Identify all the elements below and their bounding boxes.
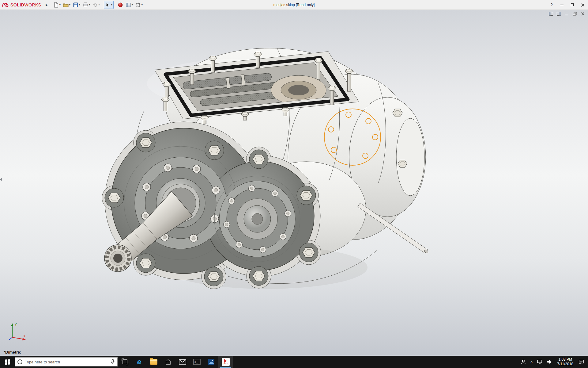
windows-logo-icon xyxy=(5,359,10,365)
network-icon xyxy=(537,359,542,364)
store-icon xyxy=(165,358,172,365)
photos-icon xyxy=(208,358,215,365)
print-button[interactable]: ▾ xyxy=(82,1,91,9)
action-center-button[interactable] xyxy=(576,356,586,368)
menu-flyout-arrow-icon[interactable]: ▶ xyxy=(44,2,49,8)
graphics-area[interactable]: Y X *Dimetric xyxy=(0,10,588,356)
select-tool-button[interactable]: ▾ xyxy=(104,1,114,9)
photos-button[interactable] xyxy=(204,356,218,368)
solidworks-arrow-glyph xyxy=(224,359,227,363)
svg-text:>_: >_ xyxy=(194,361,198,364)
appearance-sphere-icon xyxy=(118,2,123,8)
doc-restore-icon[interactable] xyxy=(572,11,578,16)
print-icon xyxy=(83,2,88,8)
ds-logo-icon xyxy=(2,2,9,8)
gearbox-3d-model[interactable] xyxy=(0,10,588,356)
file-explorer-button[interactable] xyxy=(146,356,161,368)
close-icon xyxy=(581,3,584,6)
window-controls: ? xyxy=(546,0,588,10)
brand-text-solid: SOLID xyxy=(10,2,24,7)
cortana-icon xyxy=(17,359,22,364)
action-center-icon xyxy=(579,359,584,364)
edit-appearance-button[interactable] xyxy=(117,1,124,9)
doc-close-icon[interactable] xyxy=(580,11,586,16)
network-button[interactable] xyxy=(535,356,545,368)
undo-icon xyxy=(92,2,98,8)
command-prompt-button[interactable]: >_ xyxy=(190,356,204,368)
mail-icon xyxy=(179,359,186,365)
file-explorer-icon xyxy=(150,359,157,365)
minimize-icon xyxy=(560,5,564,5)
windows-taskbar: e >_ 2017 xyxy=(0,356,588,368)
close-button[interactable] xyxy=(578,0,588,10)
select-cursor-icon xyxy=(105,2,111,8)
taskbar-search[interactable] xyxy=(15,357,118,366)
solidworks-icon: 2017 xyxy=(222,358,230,366)
solidworks-logo: SOLIDWORKS xyxy=(0,0,44,10)
save-icon xyxy=(73,2,78,8)
dock-pane-left-icon[interactable] xyxy=(548,11,554,16)
task-view-icon xyxy=(122,358,128,365)
solidworks-version-badge: 2017 xyxy=(224,363,228,365)
help-button[interactable]: ? xyxy=(546,0,557,10)
search-input[interactable] xyxy=(25,360,108,364)
mail-button[interactable] xyxy=(175,356,190,368)
start-button[interactable] xyxy=(0,356,15,368)
task-view-button[interactable] xyxy=(118,356,132,368)
new-document-button[interactable]: ▾ xyxy=(52,1,62,9)
drawing-report-button[interactable]: ▾ xyxy=(125,1,134,9)
store-button[interactable] xyxy=(161,356,175,368)
triad-y-label: Y xyxy=(15,323,17,326)
quick-toolbar: ▾ ▾ ▾ ▾ ▾ ▾ xyxy=(52,0,144,10)
titlebar: SOLIDWORKS ▶ ▾ ▾ ▾ ▾ ▾ xyxy=(0,0,588,10)
people-button[interactable] xyxy=(518,356,528,368)
pinned-apps: e >_ 2017 xyxy=(118,356,233,368)
clock-date: 7/11/2018 xyxy=(557,362,574,366)
view-orientation-label: *Dimetric xyxy=(4,350,21,355)
microphone-icon[interactable] xyxy=(111,359,115,365)
edge-icon: e xyxy=(137,358,141,366)
clock-time: 1:03 PM xyxy=(558,357,572,362)
system-tray: ^ 1:03 PM 7/11/2018 xyxy=(518,356,588,368)
triad-x-label: X xyxy=(23,335,25,338)
solidworks-taskbar-button[interactable]: 2017 xyxy=(218,356,233,368)
undo-button[interactable]: ▾ xyxy=(92,1,101,9)
orientation-triad: Y X xyxy=(8,322,28,342)
doc-minimize-icon[interactable] xyxy=(564,11,570,16)
new-document-icon xyxy=(53,2,59,8)
command-prompt-icon: >_ xyxy=(193,359,201,365)
document-window-controls xyxy=(548,11,586,16)
window-title: menjac sklop [Read-only] xyxy=(273,3,315,7)
options-button[interactable]: ▾ xyxy=(134,1,144,9)
brand-text-works: WORKS xyxy=(24,2,41,7)
dock-pane-right-icon[interactable] xyxy=(556,11,562,16)
save-button[interactable]: ▾ xyxy=(72,1,81,9)
people-icon xyxy=(521,359,526,365)
restore-button[interactable] xyxy=(567,0,578,10)
open-document-button[interactable]: ▾ xyxy=(62,1,71,9)
minimize-button[interactable] xyxy=(557,0,567,10)
open-folder-icon xyxy=(63,2,69,8)
restore-icon xyxy=(571,3,574,6)
volume-button[interactable] xyxy=(545,356,554,368)
taskbar-clock[interactable]: 1:03 PM 7/11/2018 xyxy=(554,357,577,366)
volume-icon xyxy=(547,359,552,364)
gear-icon xyxy=(135,2,141,8)
feature-pane-flyout-arrow[interactable] xyxy=(0,175,3,183)
hidden-icons-chevron-icon: ^ xyxy=(530,360,532,365)
edge-button[interactable]: e xyxy=(132,356,146,368)
hidden-icons-button[interactable]: ^ xyxy=(528,356,534,368)
desktop-screen: SOLIDWORKS ▶ ▾ ▾ ▾ ▾ ▾ xyxy=(0,0,588,368)
report-pane-icon xyxy=(126,2,131,8)
